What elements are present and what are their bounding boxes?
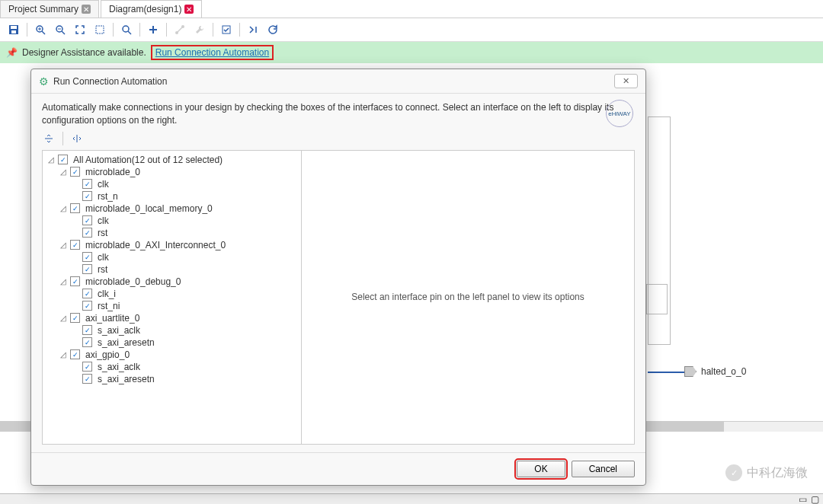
- checkbox[interactable]: ✓: [82, 215, 92, 225]
- checkbox[interactable]: ✓: [82, 325, 92, 335]
- tree-item[interactable]: ✓s_axi_aresetn: [46, 373, 298, 385]
- tree-item[interactable]: ◿✓microblade_0_local_memory_0: [46, 203, 298, 215]
- expand-arrow-icon[interactable]: ◿: [60, 241, 68, 249]
- svg-point-15: [175, 31, 178, 34]
- ok-button[interactable]: OK: [517, 461, 565, 477]
- checkbox[interactable]: ✓: [70, 349, 80, 359]
- checkbox[interactable]: ✓: [70, 313, 80, 323]
- output-port[interactable]: halted_o_0: [684, 366, 746, 377]
- checkbox[interactable]: ✓: [70, 203, 80, 213]
- tree-item[interactable]: ✓s_axi_aclk: [46, 324, 298, 337]
- cancel-button[interactable]: Cancel: [572, 461, 635, 477]
- tree-item-label: clk: [98, 252, 109, 263]
- run-connection-automation-link[interactable]: Run Connection Automation: [151, 45, 274, 60]
- checkbox[interactable]: ✓: [82, 289, 92, 298]
- checkbox[interactable]: ✓: [82, 374, 92, 384]
- refresh-icon[interactable]: [264, 21, 282, 38]
- fit-icon[interactable]: [71, 21, 89, 38]
- tree-item[interactable]: ✓rst_ni: [46, 300, 298, 312]
- tree-item[interactable]: ◿✓axi_uartlite_0: [46, 312, 298, 324]
- expand-arrow-icon[interactable]: ◿: [60, 277, 68, 285]
- tree-item-label: All Automation(12 out of 12 selected): [73, 155, 223, 165]
- svg-line-8: [62, 31, 65, 34]
- svg-rect-10: [96, 26, 104, 33]
- tree-item-label: clk: [98, 179, 109, 190]
- checkbox[interactable]: ✓: [82, 179, 92, 189]
- watermark-text: 中科亿海微: [747, 465, 808, 481]
- tree-item-label: microblade_0_debug_0: [85, 276, 181, 287]
- wire: [648, 372, 684, 373]
- select-icon[interactable]: [91, 21, 109, 38]
- expand-arrow-icon[interactable]: ◿: [60, 204, 68, 212]
- dialog-close-button[interactable]: ✕: [614, 74, 638, 88]
- tree-item[interactable]: ✓rst: [46, 263, 298, 276]
- tree-item[interactable]: ◿✓axi_gpio_0: [46, 349, 298, 361]
- tree-item-label: microblade_0: [85, 167, 140, 177]
- collapse-all-icon[interactable]: [42, 132, 56, 145]
- dialog-titlebar: ⚙ Run Connection Automation ✕: [31, 69, 645, 94]
- maximize-icon[interactable]: ▢: [811, 494, 820, 503]
- tree-item[interactable]: ✓rst: [46, 227, 298, 239]
- tab-label: Project Summary: [8, 4, 78, 14]
- checkbox[interactable]: ✓: [58, 155, 68, 164]
- tree-item[interactable]: ✓clk: [46, 251, 298, 263]
- expand-arrow-icon[interactable]: ◿: [48, 155, 56, 164]
- tree-item-label: clk_i: [98, 289, 116, 299]
- expand-arrow-icon[interactable]: ◿: [60, 314, 68, 322]
- checkbox[interactable]: ✓: [70, 167, 80, 177]
- tab-diagram[interactable]: Diagram(design1) ✕: [101, 0, 202, 18]
- checkbox[interactable]: ✓: [82, 337, 92, 347]
- svg-point-16: [181, 25, 184, 28]
- checkbox[interactable]: ✓: [82, 264, 92, 274]
- tree-item-label: s_axi_aresetn: [98, 374, 155, 384]
- svg-line-4: [42, 31, 45, 34]
- wrench-icon[interactable]: [191, 21, 209, 38]
- checkbox[interactable]: ✓: [82, 362, 92, 372]
- save-icon[interactable]: [5, 21, 23, 38]
- watermark: ✓ 中科亿海微: [725, 464, 808, 481]
- expand-arrow-icon[interactable]: ◿: [60, 167, 68, 176]
- checkbox[interactable]: ✓: [82, 301, 92, 311]
- tree-item-label: microblade_0_local_memory_0: [85, 203, 213, 214]
- tree-item[interactable]: ✓s_axi_aresetn: [46, 337, 298, 349]
- restore-icon[interactable]: ▭: [799, 494, 808, 503]
- block-shape: [646, 284, 668, 314]
- tree-item-label: rst: [98, 264, 107, 275]
- tree-item-label: s_axi_aresetn: [98, 337, 155, 348]
- ehiway-logo: eHiWAY: [606, 100, 633, 127]
- dialog-toolbar: [42, 127, 635, 150]
- interface-tree[interactable]: ◿✓All Automation(12 out of 12 selected)◿…: [43, 151, 302, 444]
- tree-item[interactable]: ✓s_axi_aclk: [46, 361, 298, 373]
- dialog-footer: OK Cancel: [31, 452, 645, 485]
- zoom-in-icon[interactable]: [31, 21, 50, 38]
- tree-item-label: s_axi_aclk: [98, 362, 140, 372]
- expand-arrow-icon[interactable]: ◿: [60, 350, 68, 359]
- regenerate-icon[interactable]: [244, 21, 262, 38]
- run-connection-automation-dialog: ⚙ Run Connection Automation ✕ Automatica…: [30, 69, 646, 486]
- search-icon[interactable]: [117, 21, 136, 38]
- tree-item[interactable]: ✓clk_i: [46, 288, 298, 300]
- tree-item[interactable]: ✓clk: [46, 215, 298, 227]
- svg-rect-1: [11, 26, 17, 29]
- zoom-out-icon[interactable]: [51, 21, 69, 38]
- checkbox[interactable]: ✓: [82, 191, 92, 201]
- tree-item[interactable]: ✓rst_n: [46, 190, 298, 203]
- expand-all-icon[interactable]: [70, 132, 84, 145]
- connector-icon[interactable]: [171, 21, 189, 38]
- close-icon[interactable]: ✕: [82, 5, 91, 14]
- checkbox[interactable]: ✓: [82, 228, 92, 238]
- checkbox[interactable]: ✓: [70, 276, 80, 286]
- tab-project-summary[interactable]: Project Summary ✕: [0, 0, 99, 18]
- close-icon[interactable]: ✕: [184, 5, 194, 14]
- checkbox[interactable]: ✓: [70, 240, 80, 250]
- tree-item[interactable]: ✓clk: [46, 178, 298, 190]
- checkbox[interactable]: ✓: [82, 252, 92, 262]
- tree-item[interactable]: ◿✓microblade_0_AXI_Interconnect_0: [46, 239, 298, 251]
- tree-item-label: microblade_0_AXI_Interconnect_0: [85, 240, 226, 250]
- validate-icon[interactable]: [217, 21, 235, 38]
- tree-item[interactable]: ◿✓microblade_0: [46, 166, 298, 178]
- dialog-main: ◿✓All Automation(12 out of 12 selected)◿…: [42, 150, 635, 445]
- tree-item[interactable]: ◿✓microblade_0_debug_0: [46, 276, 298, 288]
- tree-item[interactable]: ◿✓All Automation(12 out of 12 selected): [46, 154, 298, 166]
- add-icon[interactable]: [144, 21, 162, 38]
